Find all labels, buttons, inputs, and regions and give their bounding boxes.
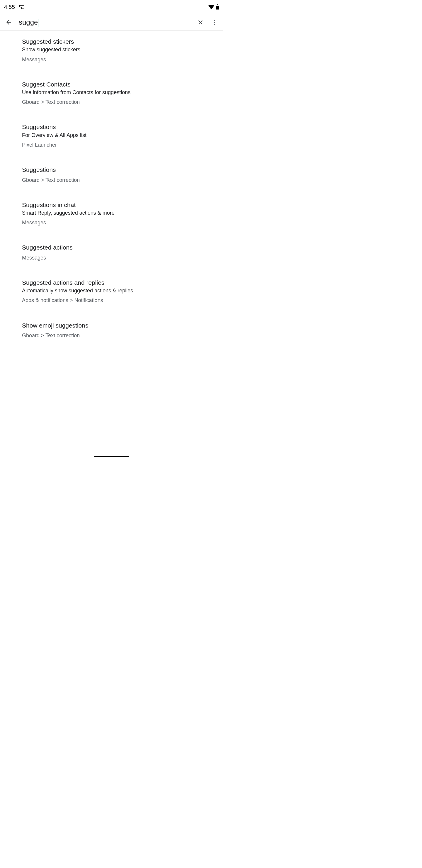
close-icon [197,19,204,26]
result-path: Gboard > Text correction [22,98,218,106]
svg-point-4 [214,22,215,23]
cast-icon [19,5,24,9]
result-path: Messages [22,219,218,226]
more-vert-icon [211,19,218,26]
search-bar [0,14,223,31]
status-bar: 4:55 [0,0,223,14]
result-subtitle: For Overview & All Apps list [22,132,218,139]
more-button[interactable] [207,15,222,29]
text-cursor [38,19,38,27]
result-subtitle: Show suggested stickers [22,46,218,53]
result-item[interactable]: Suggest Contacts Use information from Co… [0,76,223,111]
result-subtitle: Smart Reply, suggested actions & more [22,209,218,217]
result-subtitle: Automatically show suggested actions & r… [22,287,218,294]
result-title: Suggested stickers [22,37,218,46]
nav-handle[interactable] [94,456,129,457]
result-path: Apps & notifications > Notifications [22,297,218,304]
result-item[interactable]: Suggestions For Overview & All Apps list… [0,118,223,153]
result-title: Suggested actions [22,243,218,252]
result-title: Suggestions in chat [22,201,218,209]
result-path: Gboard > Text correction [22,332,218,339]
result-item[interactable]: Suggestions Gboard > Text correction [0,161,223,189]
result-title: Suggest Contacts [22,80,218,89]
arrow-back-icon [5,19,12,26]
svg-point-3 [214,20,215,21]
result-path: Messages [22,254,218,261]
status-time: 4:55 [4,4,15,10]
battery-icon [216,4,219,10]
result-item[interactable]: Suggestions in chat Smart Reply, suggest… [0,196,223,231]
result-title: Suggestions [22,166,218,174]
result-path: Gboard > Text correction [22,177,218,184]
result-title: Suggestions [22,123,218,131]
result-item[interactable]: Show emoji suggestions Gboard > Text cor… [0,317,223,344]
wifi-icon [208,5,214,9]
clear-button[interactable] [193,15,207,29]
result-path: Messages [22,56,218,63]
result-subtitle: Use information from Contacts for sugges… [22,89,218,96]
search-input[interactable] [19,18,193,26]
back-button[interactable] [2,15,16,29]
result-title: Suggested actions and replies [22,279,218,287]
result-item[interactable]: Suggested actions Messages [0,239,223,266]
svg-rect-1 [217,4,218,5]
results-list: Suggested stickers Show suggested sticke… [0,31,223,344]
svg-point-5 [214,24,215,25]
result-item[interactable]: Suggested actions and replies Automatica… [0,274,223,309]
result-title: Show emoji suggestions [22,321,218,330]
svg-rect-2 [216,6,219,9]
result-item[interactable]: Suggested stickers Show suggested sticke… [0,33,223,68]
result-path: Pixel Launcher [22,141,218,149]
